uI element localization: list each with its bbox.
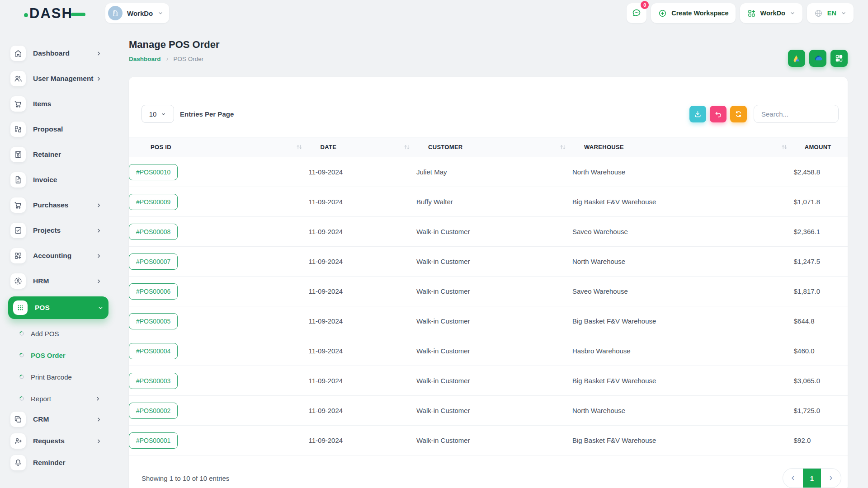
grid-plus-icon bbox=[747, 9, 756, 18]
cart-icon bbox=[10, 197, 26, 213]
page-header: Manage POS Order Dashboard POS Order bbox=[117, 26, 868, 67]
column-label: WAREHOUSE bbox=[584, 144, 624, 150]
workspace-label: WorkDo bbox=[127, 9, 153, 17]
column-header-date[interactable]: DATE bbox=[309, 137, 417, 157]
column-header-customer[interactable]: CUSTOMER bbox=[416, 137, 572, 157]
breadcrumb-dashboard-link[interactable]: Dashboard bbox=[129, 56, 161, 62]
reset-button[interactable] bbox=[710, 106, 726, 122]
messages-button[interactable]: 0 bbox=[627, 3, 646, 23]
onedrive-button[interactable] bbox=[809, 50, 826, 67]
language-button[interactable]: EN bbox=[807, 3, 854, 23]
warehouse-name: North Warehouse bbox=[572, 157, 794, 187]
order-date: 11-09-2024 bbox=[309, 277, 417, 306]
building-icon bbox=[111, 9, 120, 18]
pos-order-table: POS IDDATECUSTOMERWAREHOUSEAMOUNT #POS00… bbox=[129, 137, 848, 455]
sidebar-item-label: User Management bbox=[33, 75, 95, 83]
customer-name: Juliet May bbox=[416, 157, 572, 187]
appsgrid-icon bbox=[834, 53, 844, 63]
sidebar-item-label: Projects bbox=[33, 226, 95, 235]
bell-icon bbox=[10, 455, 26, 470]
gdrive-icon bbox=[792, 53, 802, 63]
chevron-down-icon bbox=[840, 10, 847, 16]
undo-icon bbox=[714, 110, 722, 118]
pos-id-link[interactable]: #POS00003 bbox=[129, 373, 178, 389]
order-amount: $1,817.0 bbox=[794, 277, 848, 306]
refresh-button[interactable] bbox=[730, 106, 747, 122]
order-date: 11-09-2024 bbox=[309, 247, 417, 277]
sidebar-item-pos[interactable]: POS bbox=[8, 296, 108, 319]
sidebar-subitem-add-pos[interactable]: Add POS bbox=[19, 323, 104, 344]
sidebar-item-purchases[interactable]: Purchases bbox=[10, 195, 108, 215]
chevron-right-icon bbox=[95, 278, 102, 285]
sidebar-item-hrm[interactable]: HRM bbox=[10, 271, 108, 291]
language-label: EN bbox=[827, 9, 836, 17]
column-header-warehouse[interactable]: WAREHOUSE bbox=[572, 137, 794, 157]
sidebar-item-proposal[interactable]: Proposal bbox=[10, 119, 108, 139]
breadcrumb: Dashboard POS Order bbox=[129, 56, 220, 62]
sidebar-item-label: Invoice bbox=[33, 176, 108, 184]
hrm-icon bbox=[10, 273, 26, 289]
entries-per-page-label: Entries Per Page bbox=[180, 110, 234, 118]
order-amount: $3,065.0 bbox=[794, 366, 848, 396]
sidebar-subitem-report[interactable]: Report bbox=[19, 388, 104, 409]
order-date: 11-09-2024 bbox=[309, 426, 417, 455]
proposal-icon bbox=[10, 122, 26, 137]
table-row: #POS0000311-09-2024Walk-in CustomerBig B… bbox=[129, 366, 848, 396]
apps-grid-button[interactable] bbox=[830, 50, 848, 67]
sidebar-item-projects[interactable]: Projects bbox=[10, 221, 108, 240]
sidebar-item-retainer[interactable]: Retainer bbox=[10, 145, 108, 164]
chat-icon bbox=[631, 8, 642, 19]
sidebar-subitem-print-barcode[interactable]: Print Barcode bbox=[19, 366, 104, 388]
sidebar-subitem-pos-order[interactable]: POS Order bbox=[19, 344, 104, 366]
workspace-selector[interactable]: WorkDo bbox=[105, 3, 169, 23]
column-header-amount[interactable]: AMOUNT bbox=[794, 137, 848, 157]
pos-id-link[interactable]: #POS00010 bbox=[129, 164, 178, 180]
sidebar-item-items[interactable]: Items bbox=[10, 94, 108, 114]
column-header-pos-id[interactable]: POS ID bbox=[129, 137, 309, 157]
table-row: #POS0000711-09-2024Walk-in CustomerNorth… bbox=[129, 247, 848, 277]
table-row: #POS0000211-09-2024Walk-in CustomerNorth… bbox=[129, 396, 848, 426]
sidebar-item-label: Accounting bbox=[33, 252, 95, 260]
logo[interactable]: DASH bbox=[24, 5, 85, 22]
globe-icon bbox=[814, 9, 823, 18]
sidebar-item-requests[interactable]: Requests bbox=[10, 431, 108, 451]
entries-per-page-value: 10 bbox=[149, 110, 157, 118]
sidebar-item-crm[interactable]: CRM bbox=[10, 409, 108, 429]
sidebar-item-label: Items bbox=[33, 100, 108, 108]
sidebar-item-user-management[interactable]: User Management bbox=[10, 69, 108, 89]
previous-page-button[interactable] bbox=[783, 469, 803, 488]
order-amount: $1,247.5 bbox=[794, 247, 848, 277]
search-input[interactable] bbox=[754, 105, 839, 123]
sidebar-item-dashboard[interactable]: Dashboard bbox=[10, 43, 108, 63]
order-date: 11-09-2024 bbox=[309, 306, 417, 336]
sidebar-item-label: HRM bbox=[33, 277, 95, 285]
checksq-icon bbox=[10, 223, 26, 238]
customer-name: Walk-in Customer bbox=[416, 336, 572, 366]
table-row: #POS0000111-09-2024Walk-in CustomerBig B… bbox=[129, 426, 848, 455]
entries-per-page-select[interactable]: 10 bbox=[142, 105, 174, 123]
pos-id-link[interactable]: #POS00008 bbox=[129, 224, 178, 240]
workspace-menu-button[interactable]: WorkDo bbox=[740, 3, 802, 23]
sidebar-item-invoice[interactable]: Invoice bbox=[10, 170, 108, 190]
current-page-button[interactable]: 1 bbox=[803, 469, 821, 488]
order-date: 11-09-2024 bbox=[309, 187, 417, 217]
pos-id-link[interactable]: #POS00007 bbox=[129, 253, 178, 270]
pos-id-link[interactable]: #POS00009 bbox=[129, 194, 178, 210]
sidebar-item-reminder[interactable]: Reminder bbox=[10, 453, 108, 473]
pos-id-link[interactable]: #POS00006 bbox=[129, 283, 178, 300]
export-button[interactable] bbox=[689, 106, 706, 122]
chevron-right-icon bbox=[827, 474, 835, 482]
pos-id-link[interactable]: #POS00001 bbox=[129, 432, 178, 449]
next-page-button[interactable] bbox=[821, 469, 841, 488]
pos-id-link[interactable]: #POS00005 bbox=[129, 313, 178, 329]
sidebar-item-accounting[interactable]: Accounting bbox=[10, 246, 108, 266]
chevron-right-icon bbox=[95, 416, 102, 423]
pos-id-link[interactable]: #POS00004 bbox=[129, 343, 178, 359]
table-row: #POS0001011-09-2024Juliet MayNorth Wareh… bbox=[129, 157, 848, 187]
bullet-icon bbox=[19, 352, 24, 358]
chevron-right-icon bbox=[95, 438, 102, 445]
google-drive-button[interactable] bbox=[788, 50, 805, 67]
pos-id-link[interactable]: #POS00002 bbox=[129, 403, 178, 419]
create-workspace-button[interactable]: Create Workspace bbox=[651, 3, 735, 23]
table-footer: Showing 1 to 10 of 10 entries 1 bbox=[129, 468, 848, 488]
